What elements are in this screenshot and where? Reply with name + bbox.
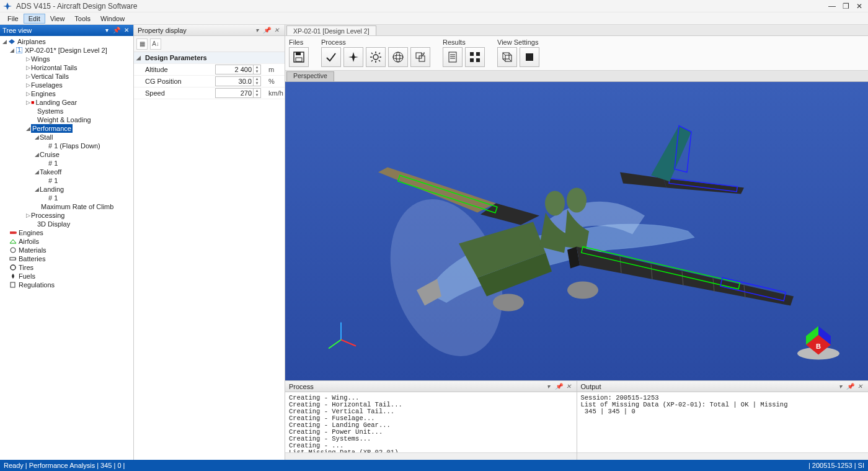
tree-systems[interactable]: Systems bbox=[0, 107, 133, 115]
svg-point-3 bbox=[14, 231, 17, 234]
cg-spinner[interactable]: ▲▼ bbox=[254, 76, 261, 86]
tree-dropdown-icon[interactable]: ▾ bbox=[102, 26, 111, 35]
lib-materials[interactable]: Materials bbox=[0, 246, 133, 254]
airfoil-icon bbox=[9, 238, 17, 245]
svg-line-37 bbox=[509, 53, 512, 55]
output-dropdown-icon[interactable]: ▾ bbox=[836, 383, 844, 390]
process-dropdown-icon[interactable]: ▾ bbox=[544, 383, 553, 390]
svg-point-22 bbox=[393, 55, 403, 59]
lib-tires[interactable]: Tires bbox=[0, 263, 133, 272]
tree-vtails[interactable]: ▷Vertical Tails bbox=[0, 72, 133, 81]
solid-button[interactable] bbox=[520, 47, 539, 67]
lib-fuels[interactable]: Fuels bbox=[0, 272, 133, 280]
warning-dot-icon: ■ bbox=[31, 98, 34, 107]
categorize-button[interactable]: ▦ bbox=[136, 38, 148, 50]
speed-input[interactable] bbox=[215, 88, 254, 98]
grid-view-button[interactable] bbox=[465, 47, 485, 67]
tree-pin-icon[interactable]: 📌 bbox=[112, 26, 121, 35]
sort-button[interactable]: A↓ bbox=[150, 38, 161, 50]
property-dropdown-icon[interactable]: ▾ bbox=[252, 27, 261, 34]
globe-button[interactable] bbox=[388, 47, 408, 67]
tree-landing-1[interactable]: # 1 bbox=[0, 194, 133, 202]
svg-rect-2 bbox=[10, 231, 15, 234]
tree-wings[interactable]: ▷Wings bbox=[0, 55, 133, 63]
tree-gear[interactable]: ▷■Landing Gear bbox=[0, 98, 133, 107]
process-close-icon[interactable]: ✕ bbox=[564, 383, 573, 390]
altitude-spinner[interactable]: ▲▼ bbox=[254, 65, 261, 74]
menu-window[interactable]: Window bbox=[95, 14, 130, 24]
svg-rect-11 bbox=[296, 58, 302, 61]
tree-cruise[interactable]: ◢Cruise bbox=[0, 150, 133, 159]
svg-rect-5 bbox=[10, 258, 16, 260]
tree-stall-1[interactable]: # 1 (Flaps Down) bbox=[0, 141, 133, 150]
process-pin-icon[interactable]: 📌 bbox=[554, 383, 563, 390]
property-close-icon[interactable]: ✕ bbox=[272, 27, 281, 34]
save-button[interactable] bbox=[289, 47, 309, 67]
menu-file[interactable]: File bbox=[2, 14, 24, 24]
svg-text:B: B bbox=[816, 343, 821, 350]
tree-header: Tree view ▾ 📌 ✕ bbox=[0, 25, 133, 36]
speed-spinner[interactable]: ▲▼ bbox=[254, 88, 261, 98]
tree-body: ◢Airplanes ◢1XP-02-01* [Design Level 2] … bbox=[0, 36, 133, 460]
document-area: XP-02-01 [Design Level 2] Files Process bbox=[285, 25, 868, 460]
output-close-icon[interactable]: ✕ bbox=[856, 383, 864, 390]
wireframe-button[interactable] bbox=[497, 47, 517, 67]
tree-stall[interactable]: ◢Stall bbox=[0, 133, 133, 141]
svg-point-21 bbox=[393, 52, 403, 62]
document-tabbar: XP-02-01 [Design Level 2] bbox=[285, 25, 868, 36]
tree-performance[interactable]: ◢Performance bbox=[0, 124, 133, 133]
lib-batteries[interactable]: Batteries bbox=[0, 254, 133, 263]
tree-wload[interactable]: Weight & Loading bbox=[0, 115, 133, 124]
check-button[interactable] bbox=[321, 47, 341, 67]
fuel-icon bbox=[9, 272, 17, 280]
report-button[interactable] bbox=[443, 47, 463, 67]
tree-root[interactable]: ◢Airplanes bbox=[0, 37, 133, 46]
tree-takeoff-1[interactable]: # 1 bbox=[0, 176, 133, 185]
lib-airfoils[interactable]: Airfoils bbox=[0, 237, 133, 246]
process-output[interactable]: Creating - Wing... Creating - Horizontal… bbox=[285, 392, 577, 452]
svg-rect-6 bbox=[16, 258, 16, 259]
menu-view[interactable]: View bbox=[45, 14, 70, 24]
tree-takeoff[interactable]: ◢Takeoff bbox=[0, 168, 133, 176]
3d-viewport[interactable]: B bbox=[285, 82, 868, 380]
tree-landing[interactable]: ◢Landing bbox=[0, 185, 133, 194]
menu-tools[interactable]: Tools bbox=[69, 14, 95, 24]
close-button[interactable]: ✕ bbox=[853, 0, 866, 12]
cg-input[interactable] bbox=[215, 76, 254, 86]
altitude-input[interactable] bbox=[215, 65, 254, 74]
material-icon bbox=[9, 246, 17, 254]
property-pin-icon[interactable]: 📌 bbox=[262, 27, 271, 34]
maximize-button[interactable]: ❐ bbox=[839, 0, 852, 12]
tree-3ddisplay[interactable]: 3D Display bbox=[0, 220, 133, 228]
tree-panel: Tree view ▾ 📌 ✕ ◢Airplanes ◢1XP-02-01* [… bbox=[0, 25, 134, 460]
tree-engines[interactable]: ▷Engines bbox=[0, 89, 133, 98]
svg-point-23 bbox=[396, 52, 400, 62]
process-header: Process ▾ 📌 ✕ bbox=[285, 381, 577, 392]
aircraft-button[interactable] bbox=[343, 47, 363, 67]
gear-button[interactable] bbox=[366, 47, 386, 67]
tree-htails[interactable]: ▷Horizontal Tails bbox=[0, 63, 133, 72]
tree-project[interactable]: ◢1XP-02-01* [Design Level 2] bbox=[0, 46, 133, 55]
export-button[interactable] bbox=[410, 47, 430, 67]
lib-regs[interactable]: Regulations bbox=[0, 280, 133, 289]
lib-engines[interactable]: Engines bbox=[0, 228, 133, 237]
status-left: Ready | Performance Analysis | 345 | 0 | bbox=[4, 462, 125, 469]
svg-line-57 bbox=[329, 340, 341, 349]
tree-fuselages[interactable]: ▷Fuselages bbox=[0, 81, 133, 89]
tree-cruise-1[interactable]: # 1 bbox=[0, 159, 133, 168]
svg-rect-26 bbox=[449, 52, 456, 62]
tree-close-icon[interactable]: ✕ bbox=[122, 26, 131, 35]
property-section[interactable]: ◢Design Parameters bbox=[134, 52, 285, 64]
tree-mroc[interactable]: Maximum Rate of Climb bbox=[0, 202, 133, 211]
document-tab[interactable]: XP-02-01 [Design Level 2] bbox=[286, 25, 376, 35]
menu-edit[interactable]: Edit bbox=[24, 14, 45, 24]
box-icon: 1 bbox=[15, 47, 24, 54]
viewport-tab-perspective[interactable]: Perspective bbox=[286, 71, 334, 81]
output-text[interactable]: Session: 200515-1253 List of Missing Dat… bbox=[577, 392, 869, 452]
output-panel: Output ▾ 📌 ✕ Session: 200515-1253 List o… bbox=[577, 381, 869, 460]
tree-processing[interactable]: ▷Processing bbox=[0, 211, 133, 220]
minimize-button[interactable]: — bbox=[826, 0, 838, 12]
property-grid: ◢Design Parameters Altitude ▲▼ m CG Posi… bbox=[134, 52, 285, 460]
svg-line-39 bbox=[509, 59, 512, 61]
output-pin-icon[interactable]: 📌 bbox=[846, 383, 854, 390]
